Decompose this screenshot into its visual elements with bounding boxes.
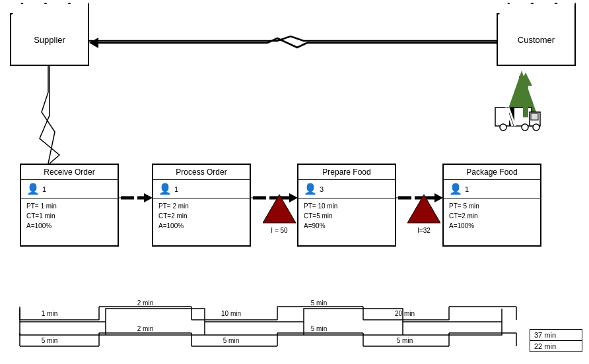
package-food-ct: CT=2 min bbox=[449, 211, 535, 221]
inventory-1-svg bbox=[263, 195, 296, 224]
prepare-food-ct: CT=5 min bbox=[304, 211, 390, 221]
person-icon-2: 👤 bbox=[158, 183, 172, 195]
receive-order-icon-row: 👤 1 bbox=[21, 180, 118, 198]
svg-marker-30 bbox=[89, 38, 98, 48]
truck-icon bbox=[489, 102, 541, 132]
svg-text:5 min: 5 min bbox=[397, 337, 413, 344]
svg-rect-34 bbox=[523, 84, 528, 117]
inventory-1: I = 50 bbox=[263, 195, 296, 234]
prepare-food-spacer bbox=[304, 231, 390, 243]
green-up-arrow bbox=[519, 73, 532, 119]
customer-box: Customer bbox=[497, 13, 576, 66]
process-order-title: Process Order bbox=[153, 165, 250, 180]
canvas: Supplier Customer Receive Order 👤 bbox=[0, 0, 589, 364]
pull-arrow-svg bbox=[89, 36, 497, 49]
prepare-food-details: PT= 10 min CT=5 min A=90% bbox=[298, 198, 395, 245]
process-order-ct: CT=2 min bbox=[158, 211, 244, 221]
process-order-avail: A=100% bbox=[158, 221, 244, 231]
inventory-1-label: I = 50 bbox=[263, 227, 296, 234]
package-food-pt: PT= 5 min bbox=[449, 201, 535, 211]
process-order-icon-row: 👤 1 bbox=[153, 180, 250, 198]
lightning-svg bbox=[38, 66, 65, 164]
process-order-details: PT= 2 min CT=2 min A=100% bbox=[153, 198, 250, 245]
person-icon-4: 👤 bbox=[449, 183, 462, 195]
green-arrow-svg bbox=[519, 73, 532, 117]
receive-order-details: PT= 1 min CT=1 min A=100% bbox=[21, 198, 118, 245]
package-food-operators: 1 bbox=[465, 185, 469, 193]
inventory-2: I=32 bbox=[407, 195, 440, 234]
svg-text:5 min: 5 min bbox=[42, 337, 57, 344]
svg-marker-19 bbox=[144, 193, 153, 202]
receive-order-spacer bbox=[26, 231, 112, 243]
inventory-2-label: I=32 bbox=[407, 227, 440, 234]
push-arrow-1-svg bbox=[121, 191, 153, 204]
process-order-box: Process Order 👤 1 PT= 2 min CT=2 min A=1… bbox=[152, 164, 251, 247]
prepare-food-icon-row: 👤 3 bbox=[298, 180, 395, 198]
process-order-operators: 1 bbox=[174, 185, 178, 193]
package-food-title: Package Food bbox=[444, 165, 540, 180]
svg-text:5 min: 5 min bbox=[311, 325, 327, 332]
customer-label: Customer bbox=[518, 35, 555, 45]
svg-point-10 bbox=[522, 124, 528, 131]
prepare-food-pt: PT= 10 min bbox=[304, 201, 390, 211]
receive-order-avail: A=100% bbox=[26, 221, 112, 231]
process-order-spacer bbox=[158, 231, 244, 243]
package-food-icon-row: 👤 1 bbox=[444, 180, 540, 198]
push-arrow-1 bbox=[121, 191, 153, 206]
prepare-food-box: Prepare Food 👤 3 PT= 10 min CT=5 min A=9… bbox=[297, 164, 396, 247]
customer-supplier-arrow bbox=[89, 36, 497, 51]
truck bbox=[489, 102, 541, 133]
total-lead-time: 37 min bbox=[530, 330, 582, 341]
supplier-label: Supplier bbox=[34, 35, 65, 45]
svg-text:5 min: 5 min bbox=[311, 300, 327, 307]
svg-point-9 bbox=[500, 124, 506, 131]
lightning-bolt bbox=[38, 66, 65, 165]
person-icon-3: 👤 bbox=[304, 183, 317, 195]
svg-text:1 min: 1 min bbox=[42, 310, 57, 317]
svg-text:5 min: 5 min bbox=[223, 337, 239, 344]
summary-box: 37 min 22 min bbox=[530, 329, 582, 352]
package-food-details: PT= 5 min CT=2 min A=100% bbox=[444, 198, 540, 245]
prepare-food-title: Prepare Food bbox=[298, 165, 395, 180]
svg-text:2 min: 2 min bbox=[137, 325, 153, 332]
total-process-time: 22 min bbox=[530, 341, 582, 351]
timeline: 1 min 2 min 10 min 5 min 20 min 5 min 2 … bbox=[13, 300, 576, 354]
package-food-spacer bbox=[449, 231, 535, 243]
person-icon-1: 👤 bbox=[26, 183, 40, 195]
timeline-svg: 1 min 2 min 10 min 5 min 20 min 5 min 2 … bbox=[13, 300, 568, 353]
package-food-box: Package Food 👤 1 PT= 5 min CT=2 min A=10… bbox=[442, 164, 541, 247]
receive-order-ct: CT=1 min bbox=[26, 211, 112, 221]
svg-marker-28 bbox=[263, 195, 296, 223]
receive-order-operators: 1 bbox=[42, 185, 46, 193]
process-order-pt: PT= 2 min bbox=[158, 201, 244, 211]
prepare-food-operators: 3 bbox=[320, 185, 324, 193]
svg-point-11 bbox=[533, 124, 539, 131]
supplier-box: Supplier bbox=[10, 13, 89, 66]
svg-text:20 min: 20 min bbox=[395, 310, 415, 317]
receive-order-pt: PT= 1 min bbox=[26, 201, 112, 211]
svg-text:10 min: 10 min bbox=[221, 310, 241, 317]
package-food-avail: A=100% bbox=[449, 221, 535, 231]
svg-marker-33 bbox=[519, 73, 532, 86]
svg-text:2 min: 2 min bbox=[137, 300, 153, 307]
prepare-food-avail: A=90% bbox=[304, 221, 390, 231]
receive-order-title: Receive Order bbox=[21, 165, 118, 180]
receive-order-box: Receive Order 👤 1 PT= 1 min CT=1 min A=1… bbox=[20, 164, 119, 247]
inventory-2-svg bbox=[407, 195, 440, 224]
svg-marker-29 bbox=[407, 195, 440, 223]
